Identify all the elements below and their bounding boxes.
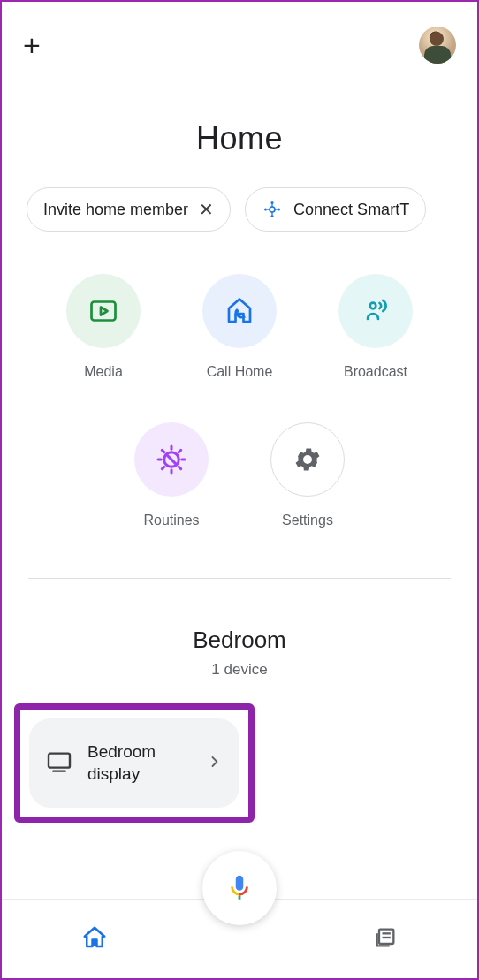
action-label: Routines: [143, 513, 199, 528]
chip-label: Connect SmartT: [293, 201, 409, 219]
profile-avatar[interactable]: [419, 27, 456, 64]
svg-line-12: [166, 454, 177, 465]
assistant-mic-button[interactable]: [202, 851, 277, 925]
page-title: Home: [2, 120, 477, 157]
action-broadcast[interactable]: Broadcast: [336, 274, 415, 380]
home-icon: [81, 924, 108, 951]
smartthings-icon: [262, 199, 283, 220]
room-device-count: 1 device: [2, 661, 477, 679]
svg-point-2: [271, 215, 274, 217]
device-card-bedroom-display[interactable]: Bedroom display: [29, 718, 240, 808]
action-label: Settings: [282, 513, 333, 528]
mic-icon: [224, 873, 255, 903]
svg-rect-9: [92, 302, 116, 321]
svg-point-4: [278, 209, 280, 211]
feed-icon: [373, 925, 398, 950]
chip-invite-home-member[interactable]: Invite home member ✕: [27, 187, 231, 232]
routines-icon: [134, 422, 209, 497]
svg-rect-21: [49, 753, 70, 767]
nav-feed[interactable]: [373, 925, 398, 953]
action-label: Media: [84, 364, 123, 380]
svg-line-20: [179, 450, 180, 452]
settings-icon: [270, 422, 345, 497]
section-divider: [28, 578, 451, 579]
svg-rect-23: [379, 929, 393, 943]
broadcast-icon: [338, 274, 413, 348]
svg-point-0: [270, 207, 275, 212]
svg-line-18: [179, 467, 180, 468]
media-icon: [66, 274, 141, 348]
chevron-right-icon: [206, 753, 224, 774]
chip-connect-smartthings[interactable]: Connect SmartT: [245, 187, 426, 232]
svg-point-3: [264, 209, 267, 211]
action-label: Call Home: [207, 364, 273, 380]
action-routines[interactable]: Routines: [132, 422, 211, 528]
display-icon: [45, 748, 73, 779]
svg-point-1: [271, 201, 274, 204]
suggestion-chips: Invite home member ✕ Connect SmartT: [2, 157, 477, 232]
action-settings[interactable]: Settings: [268, 422, 347, 528]
device-name: Bedroom display: [87, 741, 192, 785]
svg-line-19: [162, 467, 163, 468]
svg-point-10: [370, 303, 376, 309]
annotation-highlight: Bedroom display: [14, 703, 255, 823]
room-title: Bedroom: [2, 627, 477, 654]
svg-line-17: [162, 450, 163, 452]
action-call-home[interactable]: Call Home: [200, 274, 279, 380]
action-label: Broadcast: [344, 364, 407, 380]
chip-label: Invite home member: [43, 201, 188, 219]
nav-home[interactable]: [81, 924, 108, 954]
call-home-icon: [202, 274, 277, 348]
action-media[interactable]: Media: [64, 274, 143, 380]
add-button[interactable]: +: [23, 30, 41, 60]
close-icon[interactable]: ✕: [199, 199, 214, 220]
